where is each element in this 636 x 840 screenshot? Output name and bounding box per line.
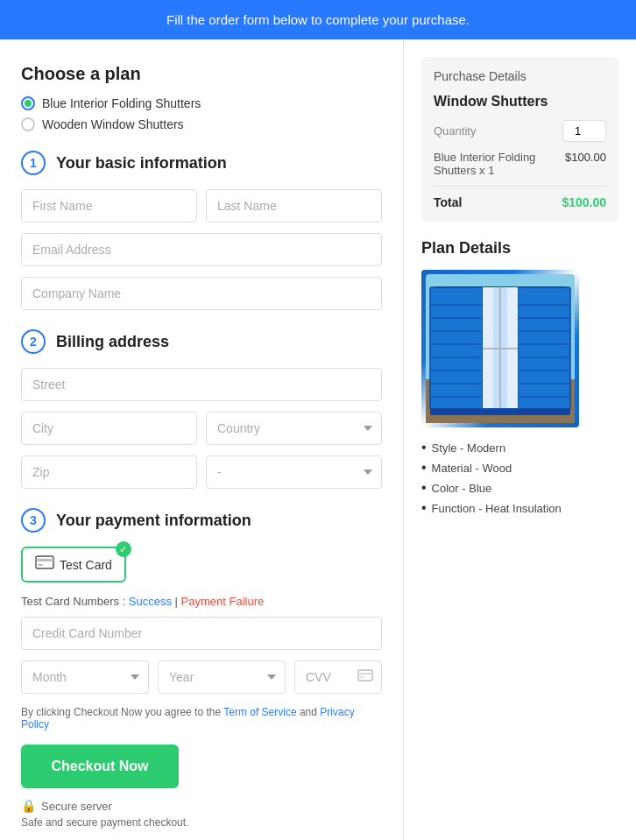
section-billing-header: 2 Billing address <box>21 329 382 354</box>
section-3-number: 3 <box>21 508 46 533</box>
plan-option-2[interactable]: Wooden Window Shutters <box>21 117 382 131</box>
tos-link[interactable]: Term of Service <box>223 706 296 718</box>
month-year-cvv-row: Month 01 02 03 04 05 06 07 08 09 10 11 1… <box>21 660 382 694</box>
total-price: $100.00 <box>562 195 606 209</box>
product-title: Window Shutters <box>434 94 606 109</box>
choose-plan-title: Choose a plan <box>21 64 382 84</box>
svg-rect-32 <box>430 408 570 415</box>
plan-feature-2-text: Material - Wood <box>432 462 512 475</box>
state-select[interactable]: - <box>206 455 382 489</box>
terms-and: and <box>297 706 321 718</box>
terms-prefix: By clicking Checkout Now you agree to th… <box>21 706 223 718</box>
svg-rect-1 <box>36 559 53 561</box>
secure-server: 🔒 Secure server <box>21 799 382 813</box>
quantity-label: Quantity <box>434 124 476 138</box>
terms-text: By clicking Checkout Now you agree to th… <box>21 706 382 731</box>
company-input[interactable] <box>21 277 382 310</box>
right-panel: Purchase Details Window Shutters Quantit… <box>404 39 636 840</box>
purchase-details-title: Purchase Details <box>434 69 606 83</box>
plan-features-list: Style - Modern Material - Wood Color - B… <box>421 440 618 516</box>
svg-rect-3 <box>358 670 372 681</box>
lock-icon: 🔒 <box>21 799 36 813</box>
cc-row <box>21 617 382 650</box>
year-select[interactable]: Year 2024 2025 2026 2027 2028 2029 <box>158 660 286 694</box>
item-row: Blue Interior Folding Shutters x 1 $100.… <box>434 151 606 177</box>
plan-details-title: Plan Details <box>421 239 618 258</box>
street-input[interactable] <box>21 368 382 401</box>
top-banner: Fill the order form below to complete yo… <box>0 0 636 39</box>
pipe-separator: | <box>175 595 178 608</box>
quantity-row: Quantity <box>434 120 606 142</box>
svg-rect-18 <box>518 287 570 410</box>
plan-feature-4-text: Function - Heat Insulation <box>432 502 562 515</box>
plan-option-1-label: Blue Interior Folding Shutters <box>42 96 201 110</box>
plan-feature-1: Style - Modern <box>421 440 618 455</box>
plan-option-2-label: Wooden Window Shutters <box>42 117 184 131</box>
main-container: Choose a plan Blue Interior Folding Shut… <box>0 39 636 840</box>
banner-text: Fill the order form below to complete yo… <box>166 12 470 27</box>
zip-state-row: - <box>21 455 382 489</box>
section-2-number: 2 <box>21 329 46 354</box>
company-row <box>21 277 382 310</box>
card-icon <box>35 555 54 574</box>
name-row <box>21 189 382 222</box>
item-price: $100.00 <box>565 151 606 164</box>
zip-input[interactable] <box>21 455 197 489</box>
section-1-title: Your basic information <box>56 154 227 173</box>
checkout-button[interactable]: Checkout Now <box>21 745 179 788</box>
radio-option-1[interactable] <box>21 96 35 110</box>
svg-rect-2 <box>38 564 43 566</box>
quantity-input[interactable] <box>562 120 606 142</box>
success-link[interactable]: Success <box>129 595 172 608</box>
left-panel: Choose a plan Blue Interior Folding Shut… <box>0 39 404 840</box>
plan-option-1[interactable]: Blue Interior Folding Shutters <box>21 96 382 110</box>
cc-number-input[interactable] <box>21 617 382 650</box>
failure-link[interactable]: Payment Failure <box>181 595 265 608</box>
radio-option-2[interactable] <box>21 117 35 131</box>
first-name-input[interactable] <box>21 189 197 222</box>
test-card-text: Test Card Numbers : <box>21 595 125 608</box>
country-select[interactable]: Country <box>206 412 382 445</box>
month-select[interactable]: Month 01 02 03 04 05 06 07 08 09 10 11 1… <box>21 660 149 694</box>
check-circle-icon: ✓ <box>116 541 131 557</box>
section-2-title: Billing address <box>56 333 169 351</box>
city-country-row: Country <box>21 412 382 445</box>
plan-feature-3-text: Color - Blue <box>432 482 492 495</box>
plan-feature-4: Function - Heat Insulation <box>421 500 618 516</box>
cvv-card-icon <box>357 669 373 685</box>
total-label: Total <box>434 195 462 209</box>
divider <box>434 186 606 187</box>
safe-text: Safe and secure payment checkout. <box>21 816 382 829</box>
email-row <box>21 233 382 266</box>
item-name: Blue Interior Folding Shutters x 1 <box>434 151 565 177</box>
section-payment-header: 3 Your payment information <box>21 508 382 533</box>
window-image <box>421 270 579 427</box>
plan-feature-1-text: Style - Modern <box>432 441 506 455</box>
purchase-details-box: Purchase Details Window Shutters Quantit… <box>421 57 618 222</box>
svg-rect-4 <box>358 673 372 675</box>
city-input[interactable] <box>21 412 197 445</box>
email-input[interactable] <box>21 233 382 266</box>
section-3-title: Your payment information <box>56 512 251 530</box>
plan-feature-3: Color - Blue <box>421 480 618 496</box>
test-card-numbers: Test Card Numbers : Success | Payment Fa… <box>21 595 382 608</box>
street-row <box>21 368 382 401</box>
cvv-wrapper <box>294 660 382 694</box>
total-row: Total $100.00 <box>434 195 606 209</box>
test-card-badge[interactable]: Test Card ✓ <box>21 547 126 582</box>
test-card-label: Test Card <box>60 558 112 572</box>
svg-rect-9 <box>430 287 483 410</box>
last-name-input[interactable] <box>206 189 382 222</box>
svg-rect-5 <box>360 677 364 679</box>
svg-rect-0 <box>36 556 53 568</box>
section-1-number: 1 <box>21 151 46 175</box>
secure-label: Secure server <box>41 800 112 813</box>
section-basic-header: 1 Your basic information <box>21 151 382 175</box>
plan-feature-2: Material - Wood <box>421 460 618 476</box>
